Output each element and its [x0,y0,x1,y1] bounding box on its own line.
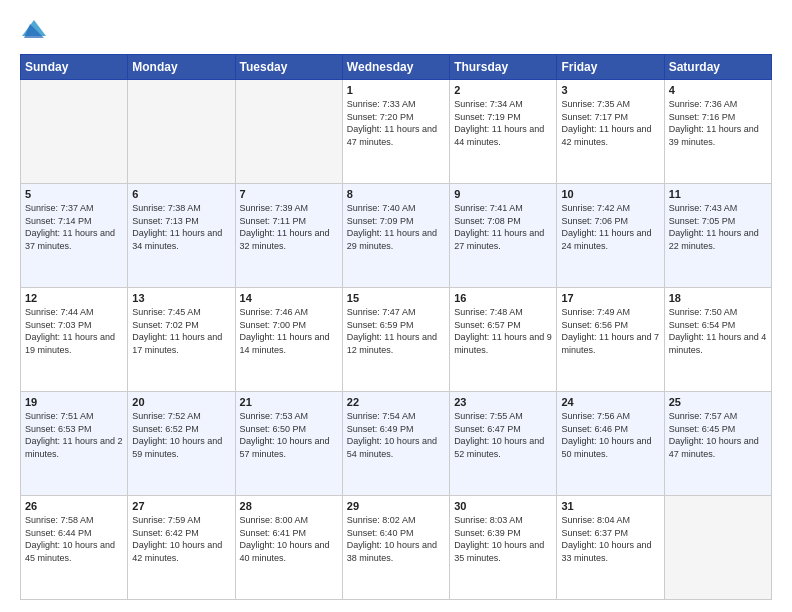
day-number: 24 [561,396,659,408]
calendar-cell [235,80,342,184]
calendar-week-row: 1 Sunrise: 7:33 AM Sunset: 7:20 PM Dayli… [21,80,772,184]
day-number: 26 [25,500,123,512]
calendar-cell: 6 Sunrise: 7:38 AM Sunset: 7:13 PM Dayli… [128,184,235,288]
day-info: Sunrise: 7:47 AM Sunset: 6:59 PM Dayligh… [347,306,445,356]
day-header-tuesday: Tuesday [235,55,342,80]
day-number: 14 [240,292,338,304]
calendar-cell [664,496,771,600]
day-number: 29 [347,500,445,512]
day-number: 4 [669,84,767,96]
calendar-cell: 7 Sunrise: 7:39 AM Sunset: 7:11 PM Dayli… [235,184,342,288]
day-info: Sunrise: 7:48 AM Sunset: 6:57 PM Dayligh… [454,306,552,356]
calendar-cell: 10 Sunrise: 7:42 AM Sunset: 7:06 PM Dayl… [557,184,664,288]
day-info: Sunrise: 7:52 AM Sunset: 6:52 PM Dayligh… [132,410,230,460]
day-number: 13 [132,292,230,304]
day-info: Sunrise: 7:53 AM Sunset: 6:50 PM Dayligh… [240,410,338,460]
day-number: 20 [132,396,230,408]
calendar-cell: 8 Sunrise: 7:40 AM Sunset: 7:09 PM Dayli… [342,184,449,288]
day-info: Sunrise: 7:40 AM Sunset: 7:09 PM Dayligh… [347,202,445,252]
calendar-cell: 15 Sunrise: 7:47 AM Sunset: 6:59 PM Dayl… [342,288,449,392]
calendar-cell: 29 Sunrise: 8:02 AM Sunset: 6:40 PM Dayl… [342,496,449,600]
day-number: 16 [454,292,552,304]
day-number: 12 [25,292,123,304]
calendar-cell: 4 Sunrise: 7:36 AM Sunset: 7:16 PM Dayli… [664,80,771,184]
day-number: 2 [454,84,552,96]
calendar-week-row: 5 Sunrise: 7:37 AM Sunset: 7:14 PM Dayli… [21,184,772,288]
calendar-cell: 16 Sunrise: 7:48 AM Sunset: 6:57 PM Dayl… [450,288,557,392]
calendar-cell: 28 Sunrise: 8:00 AM Sunset: 6:41 PM Dayl… [235,496,342,600]
day-info: Sunrise: 7:51 AM Sunset: 6:53 PM Dayligh… [25,410,123,460]
day-info: Sunrise: 7:50 AM Sunset: 6:54 PM Dayligh… [669,306,767,356]
calendar-week-row: 26 Sunrise: 7:58 AM Sunset: 6:44 PM Dayl… [21,496,772,600]
day-info: Sunrise: 7:55 AM Sunset: 6:47 PM Dayligh… [454,410,552,460]
day-number: 9 [454,188,552,200]
day-number: 3 [561,84,659,96]
day-number: 22 [347,396,445,408]
day-header-sunday: Sunday [21,55,128,80]
day-info: Sunrise: 7:33 AM Sunset: 7:20 PM Dayligh… [347,98,445,148]
day-info: Sunrise: 7:56 AM Sunset: 6:46 PM Dayligh… [561,410,659,460]
calendar-cell: 24 Sunrise: 7:56 AM Sunset: 6:46 PM Dayl… [557,392,664,496]
header [20,16,772,44]
calendar-week-row: 19 Sunrise: 7:51 AM Sunset: 6:53 PM Dayl… [21,392,772,496]
calendar-cell: 3 Sunrise: 7:35 AM Sunset: 7:17 PM Dayli… [557,80,664,184]
calendar-week-row: 12 Sunrise: 7:44 AM Sunset: 7:03 PM Dayl… [21,288,772,392]
day-number: 21 [240,396,338,408]
calendar-cell: 21 Sunrise: 7:53 AM Sunset: 6:50 PM Dayl… [235,392,342,496]
day-info: Sunrise: 7:46 AM Sunset: 7:00 PM Dayligh… [240,306,338,356]
day-info: Sunrise: 7:42 AM Sunset: 7:06 PM Dayligh… [561,202,659,252]
day-info: Sunrise: 7:37 AM Sunset: 7:14 PM Dayligh… [25,202,123,252]
day-info: Sunrise: 7:38 AM Sunset: 7:13 PM Dayligh… [132,202,230,252]
day-info: Sunrise: 7:43 AM Sunset: 7:05 PM Dayligh… [669,202,767,252]
day-number: 5 [25,188,123,200]
calendar-cell: 23 Sunrise: 7:55 AM Sunset: 6:47 PM Dayl… [450,392,557,496]
day-info: Sunrise: 8:02 AM Sunset: 6:40 PM Dayligh… [347,514,445,564]
day-info: Sunrise: 7:34 AM Sunset: 7:19 PM Dayligh… [454,98,552,148]
calendar-cell: 14 Sunrise: 7:46 AM Sunset: 7:00 PM Dayl… [235,288,342,392]
day-info: Sunrise: 7:58 AM Sunset: 6:44 PM Dayligh… [25,514,123,564]
calendar-cell: 17 Sunrise: 7:49 AM Sunset: 6:56 PM Dayl… [557,288,664,392]
day-number: 10 [561,188,659,200]
calendar-header-row: SundayMondayTuesdayWednesdayThursdayFrid… [21,55,772,80]
calendar-cell: 27 Sunrise: 7:59 AM Sunset: 6:42 PM Dayl… [128,496,235,600]
day-number: 17 [561,292,659,304]
day-info: Sunrise: 7:44 AM Sunset: 7:03 PM Dayligh… [25,306,123,356]
day-header-monday: Monday [128,55,235,80]
page: SundayMondayTuesdayWednesdayThursdayFrid… [0,0,792,612]
day-info: Sunrise: 7:36 AM Sunset: 7:16 PM Dayligh… [669,98,767,148]
day-number: 28 [240,500,338,512]
calendar-cell: 2 Sunrise: 7:34 AM Sunset: 7:19 PM Dayli… [450,80,557,184]
calendar-cell [128,80,235,184]
calendar-cell: 25 Sunrise: 7:57 AM Sunset: 6:45 PM Dayl… [664,392,771,496]
calendar-cell: 5 Sunrise: 7:37 AM Sunset: 7:14 PM Dayli… [21,184,128,288]
day-info: Sunrise: 7:35 AM Sunset: 7:17 PM Dayligh… [561,98,659,148]
day-info: Sunrise: 8:04 AM Sunset: 6:37 PM Dayligh… [561,514,659,564]
calendar-table: SundayMondayTuesdayWednesdayThursdayFrid… [20,54,772,600]
day-header-wednesday: Wednesday [342,55,449,80]
day-info: Sunrise: 7:54 AM Sunset: 6:49 PM Dayligh… [347,410,445,460]
calendar-cell: 12 Sunrise: 7:44 AM Sunset: 7:03 PM Dayl… [21,288,128,392]
day-number: 30 [454,500,552,512]
day-number: 31 [561,500,659,512]
calendar-cell: 11 Sunrise: 7:43 AM Sunset: 7:05 PM Dayl… [664,184,771,288]
day-header-friday: Friday [557,55,664,80]
calendar-cell: 22 Sunrise: 7:54 AM Sunset: 6:49 PM Dayl… [342,392,449,496]
day-header-thursday: Thursday [450,55,557,80]
day-number: 11 [669,188,767,200]
day-number: 18 [669,292,767,304]
day-info: Sunrise: 7:49 AM Sunset: 6:56 PM Dayligh… [561,306,659,356]
calendar-cell: 30 Sunrise: 8:03 AM Sunset: 6:39 PM Dayl… [450,496,557,600]
calendar-cell: 20 Sunrise: 7:52 AM Sunset: 6:52 PM Dayl… [128,392,235,496]
day-info: Sunrise: 8:03 AM Sunset: 6:39 PM Dayligh… [454,514,552,564]
day-info: Sunrise: 7:45 AM Sunset: 7:02 PM Dayligh… [132,306,230,356]
calendar-cell: 31 Sunrise: 8:04 AM Sunset: 6:37 PM Dayl… [557,496,664,600]
logo-icon [20,16,48,44]
day-number: 23 [454,396,552,408]
day-info: Sunrise: 7:59 AM Sunset: 6:42 PM Dayligh… [132,514,230,564]
day-info: Sunrise: 7:41 AM Sunset: 7:08 PM Dayligh… [454,202,552,252]
day-header-saturday: Saturday [664,55,771,80]
day-number: 7 [240,188,338,200]
calendar-cell [21,80,128,184]
day-number: 8 [347,188,445,200]
day-number: 15 [347,292,445,304]
